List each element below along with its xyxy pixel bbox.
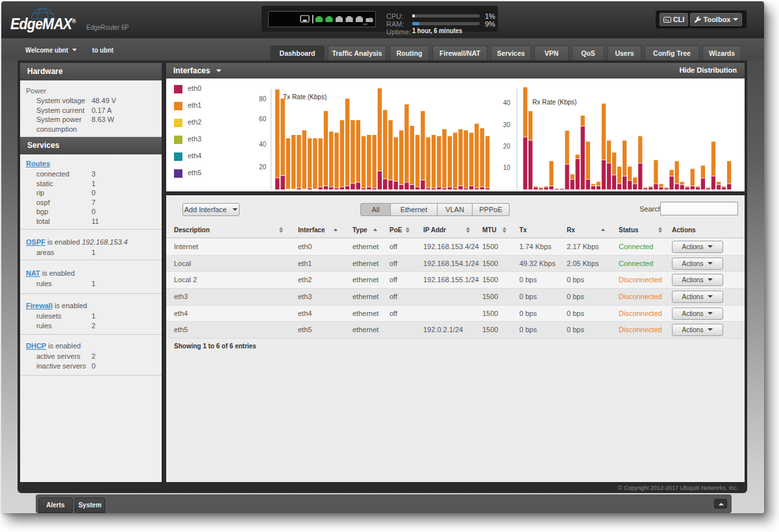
svg-text:SFP: SFP bbox=[363, 23, 368, 26]
